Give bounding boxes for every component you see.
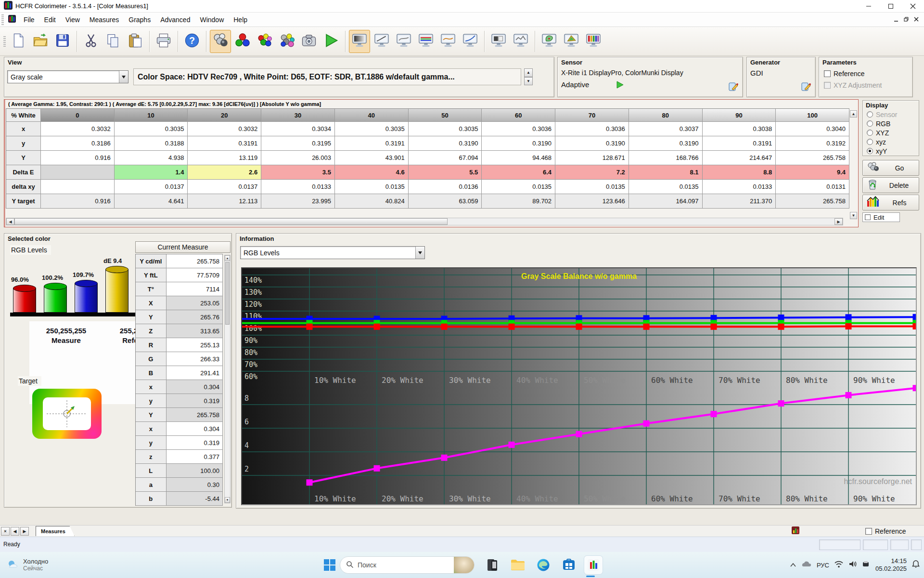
- scroll-down-icon[interactable]: ▼: [225, 497, 230, 503]
- rgb-measure-button[interactable]: [232, 30, 253, 53]
- grid-cell[interactable]: 0.3038: [703, 122, 776, 136]
- onedrive-cloud-icon[interactable]: [801, 560, 812, 570]
- graph-contrast-button[interactable]: [488, 30, 509, 53]
- menu-advanced[interactable]: Advanced: [155, 14, 195, 26]
- grid-cell[interactable]: 9.4: [776, 165, 849, 180]
- volume-icon[interactable]: [848, 560, 857, 570]
- grid-cell[interactable]: 0.3036: [482, 122, 555, 136]
- refs-button[interactable]: Refs: [862, 195, 919, 210]
- grid-col-header[interactable]: 0: [41, 109, 115, 122]
- grid-cell[interactable]: 0.916: [41, 151, 115, 165]
- radio-icon[interactable]: [867, 148, 873, 154]
- grid-col-header[interactable]: 10: [115, 109, 188, 122]
- delete-button[interactable]: Delete: [862, 177, 919, 193]
- grid-cell[interactable]: 0.3190: [555, 136, 629, 151]
- menu-help[interactable]: Help: [229, 14, 252, 26]
- grid-cell[interactable]: [41, 165, 115, 180]
- grid-horizontal-scrollbar[interactable]: ◀ ▶: [6, 218, 843, 225]
- radio-icon[interactable]: [867, 120, 873, 127]
- information-view-dropdown[interactable]: RGB Levels: [240, 246, 425, 259]
- grid-cell[interactable]: 0.3192: [776, 136, 849, 151]
- grid-cell[interactable]: 168.766: [629, 151, 703, 165]
- grid-col-header[interactable]: 20: [188, 109, 261, 122]
- grid-vertical-scrollbar[interactable]: ▲ ▼: [850, 110, 857, 219]
- pen-battery-icon[interactable]: [862, 560, 871, 570]
- snapshot-button[interactable]: [298, 30, 320, 53]
- notification-bell-icon[interactable]: [911, 560, 920, 570]
- grid-cell[interactable]: 0.3032: [188, 122, 261, 136]
- grid-col-header[interactable]: 60: [482, 109, 555, 122]
- grid-cell[interactable]: 67.094: [409, 151, 482, 165]
- close-sheet-icon[interactable]: ×: [1, 527, 10, 536]
- grid-cell[interactable]: 43.901: [335, 151, 409, 165]
- grid-cell[interactable]: 8.1: [629, 165, 703, 180]
- chevron-down-icon[interactable]: [415, 247, 424, 259]
- grid-cell[interactable]: 0.0135: [335, 180, 409, 194]
- grid-cell[interactable]: 0.3037: [629, 122, 703, 136]
- graph-luminance-button[interactable]: [460, 30, 481, 53]
- spin-up-icon[interactable]: ▲: [524, 68, 533, 77]
- grid-cell[interactable]: 40.824: [335, 194, 409, 209]
- grid-cell[interactable]: 13.119: [188, 151, 261, 165]
- grid-cell[interactable]: 4.641: [115, 194, 188, 209]
- menu-edit[interactable]: Edit: [39, 14, 61, 26]
- help-button[interactable]: ?: [181, 30, 203, 53]
- display-radio-xyz[interactable]: xyz: [867, 137, 919, 146]
- grid-cell[interactable]: 0.0131: [776, 180, 849, 194]
- edge-browser-icon[interactable]: [534, 556, 552, 574]
- graph-gamma-button[interactable]: [371, 30, 392, 53]
- wifi-icon[interactable]: [834, 560, 844, 570]
- scroll-left-icon[interactable]: ◀: [6, 218, 14, 225]
- grid-cell[interactable]: 123.646: [555, 194, 629, 209]
- child-restore-icon[interactable]: [904, 15, 909, 24]
- go-button[interactable]: Go: [862, 160, 919, 176]
- child-close-icon[interactable]: [914, 15, 919, 24]
- grid-cell[interactable]: 214.647: [703, 151, 776, 165]
- grid-cell[interactable]: 0.3190: [409, 136, 482, 151]
- store-app-icon[interactable]: [560, 556, 578, 574]
- minimize-button[interactable]: [858, 0, 880, 12]
- new-document-button[interactable]: [8, 30, 29, 53]
- scroll-up-icon[interactable]: ▲: [225, 255, 230, 261]
- close-button[interactable]: [902, 0, 924, 12]
- grid-cell[interactable]: 0.0137: [115, 180, 188, 194]
- display-radio-xyz[interactable]: XYZ: [867, 128, 919, 137]
- grid-cell[interactable]: 0.3191: [188, 136, 261, 151]
- grid-cell[interactable]: 0.3188: [115, 136, 188, 151]
- edit-checkbox[interactable]: Edit: [862, 212, 900, 222]
- tray-chevron-icon[interactable]: [790, 561, 796, 569]
- colorspace-spinner[interactable]: ▲ ▼: [524, 68, 533, 85]
- radio-icon[interactable]: [867, 130, 873, 136]
- cut-button[interactable]: [80, 30, 102, 53]
- grid-cell[interactable]: 0.3035: [409, 122, 482, 136]
- paste-button[interactable]: [125, 30, 146, 53]
- grid-cell[interactable]: 2.6: [188, 165, 261, 180]
- grid-cell[interactable]: 63.059: [409, 194, 482, 209]
- grid-cell[interactable]: 0.3032: [41, 122, 115, 136]
- print-button[interactable]: [153, 30, 174, 53]
- grid-cell[interactable]: 4.938: [115, 151, 188, 165]
- next-sheet-icon[interactable]: ▶: [20, 527, 29, 536]
- grid-cell[interactable]: 0.3034: [261, 122, 335, 136]
- reference-toggle[interactable]: Reference: [865, 527, 906, 535]
- grid-cell[interactable]: 0.0135: [629, 180, 703, 194]
- prev-sheet-icon[interactable]: ◀: [11, 527, 19, 536]
- grid-cell[interactable]: 23.995: [261, 194, 335, 209]
- grid-cell[interactable]: 0.0136: [409, 180, 482, 194]
- grid-cell[interactable]: 0.3190: [482, 136, 555, 151]
- display-radio-rgb[interactable]: RGB: [867, 119, 919, 128]
- grid-cell[interactable]: 0.3035: [115, 122, 188, 136]
- tab-measures[interactable]: Measures: [36, 526, 75, 536]
- graph-gamut-button[interactable]: [561, 30, 582, 53]
- grid-col-header[interactable]: 50: [409, 109, 482, 122]
- checkbox-icon[interactable]: [865, 214, 871, 220]
- graph-grayscale-button[interactable]: [349, 30, 370, 53]
- graph-free-button[interactable]: [510, 30, 531, 53]
- color-measure-button[interactable]: [254, 30, 275, 53]
- search-highlight-image[interactable]: [454, 557, 474, 573]
- menu-measures[interactable]: Measures: [85, 14, 124, 26]
- grid-cell[interactable]: 94.468: [482, 151, 555, 165]
- grid-cell[interactable]: 265.758: [776, 151, 849, 165]
- grid-cell[interactable]: 0.3040: [776, 122, 849, 136]
- scroll-thumb[interactable]: [225, 262, 230, 325]
